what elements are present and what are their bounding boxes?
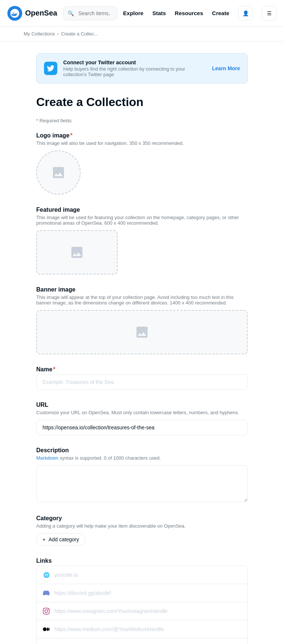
search-bar: 🔍 bbox=[63, 6, 117, 20]
medium-icon bbox=[43, 626, 50, 633]
description-desc: Markdown syntax is supported. 0 of 1000 … bbox=[36, 455, 248, 461]
links-label: Links bbox=[36, 558, 248, 564]
url-input[interactable] bbox=[36, 420, 248, 435]
search-icon: 🔍 bbox=[68, 10, 74, 16]
twitter-banner-title: Connect your Twitter account bbox=[63, 59, 206, 65]
opensea-logo-icon[interactable] bbox=[7, 6, 22, 21]
medium-link-input[interactable] bbox=[54, 626, 241, 632]
description-label: Description bbox=[36, 447, 248, 454]
name-label: Name* bbox=[36, 366, 248, 373]
logo-placeholder-icon bbox=[51, 165, 66, 180]
logo-image-section: Logo image* This image will also be used… bbox=[36, 132, 248, 195]
description-textarea[interactable] bbox=[36, 465, 248, 502]
featured-placeholder-icon bbox=[70, 245, 84, 260]
banner-image-section: Banner image This image will appear at t… bbox=[36, 286, 248, 354]
category-label: Category bbox=[36, 515, 248, 522]
navbar: OpenSea 🔍 Explore Stats Resources Create… bbox=[0, 0, 284, 27]
nav-resources[interactable]: Resources bbox=[175, 10, 203, 16]
main-content: Connect your Twitter account Help buyers… bbox=[13, 41, 271, 644]
page-title: Create a Collection bbox=[36, 95, 248, 109]
banner-upload-area[interactable] bbox=[36, 310, 248, 354]
instagram-icon bbox=[43, 607, 50, 615]
nav-links: Explore Stats Resources Create 👤 ☰ bbox=[123, 6, 277, 21]
wallet-icon[interactable]: 👤 bbox=[238, 6, 253, 21]
category-section: Category Adding a category will help mak… bbox=[36, 515, 248, 546]
instagram-link-input[interactable] bbox=[54, 608, 241, 614]
logo-image-label: Logo image* bbox=[36, 132, 248, 139]
link-row-telegram bbox=[37, 638, 247, 644]
nav-explore[interactable]: Explore bbox=[123, 10, 143, 16]
nav-create[interactable]: Create bbox=[212, 10, 229, 16]
logo-image-desc: This image will also be used for navigat… bbox=[36, 140, 248, 146]
website-link-input[interactable] bbox=[54, 572, 241, 578]
name-input[interactable] bbox=[36, 374, 248, 390]
banner-placeholder-icon bbox=[135, 325, 149, 340]
globe-icon: 🌐 bbox=[43, 571, 50, 579]
menu-icon[interactable]: ☰ bbox=[262, 6, 277, 21]
twitter-connect-banner: Connect your Twitter account Help buyers… bbox=[36, 53, 248, 84]
description-section: Description Markdown syntax is supported… bbox=[36, 447, 248, 503]
link-row-instagram bbox=[37, 602, 247, 620]
plus-icon: + bbox=[43, 536, 45, 542]
twitter-icon bbox=[44, 62, 57, 75]
description-desc-suffix: syntax is supported. 0 of 1000 character… bbox=[60, 455, 161, 461]
breadcrumb: My Collections › Create a Collec... bbox=[0, 27, 284, 41]
logo-text: OpenSea bbox=[25, 9, 57, 17]
banner-image-label: Banner image bbox=[36, 286, 248, 293]
twitter-banner-text: Connect your Twitter account Help buyers… bbox=[63, 59, 206, 77]
twitter-banner-subtitle: Help buyers find the right collection by… bbox=[63, 66, 206, 77]
link-row-medium bbox=[37, 620, 247, 638]
add-category-button[interactable]: + Add category bbox=[36, 533, 85, 546]
category-desc: Adding a category will help make your it… bbox=[36, 523, 248, 529]
twitter-learn-more-link[interactable]: Learn More bbox=[212, 65, 240, 71]
name-section: Name* bbox=[36, 366, 248, 390]
url-label: URL bbox=[36, 402, 248, 408]
discord-link-input[interactable] bbox=[54, 590, 241, 596]
featured-image-desc: This image will be used for featuring yo… bbox=[36, 215, 248, 226]
links-section: Links 🌐 bbox=[36, 558, 248, 644]
logo-area: OpenSea bbox=[7, 6, 57, 21]
featured-image-section: Featured image This image will be used f… bbox=[36, 207, 248, 275]
link-row-website: 🌐 bbox=[37, 566, 247, 584]
links-container: 🌐 bbox=[36, 566, 248, 644]
nav-stats[interactable]: Stats bbox=[152, 10, 166, 16]
markdown-link[interactable]: Markdown bbox=[36, 455, 58, 461]
banner-image-desc: This image will appear at the top of you… bbox=[36, 294, 248, 306]
url-desc: Customize your URL on OpenSea. Must only… bbox=[36, 410, 248, 415]
breadcrumb-my-collections[interactable]: My Collections bbox=[24, 31, 55, 37]
url-section: URL Customize your URL on OpenSea. Must … bbox=[36, 402, 248, 435]
breadcrumb-separator: › bbox=[57, 31, 59, 37]
required-note: * Required fields bbox=[36, 118, 248, 123]
discord-icon bbox=[43, 589, 50, 597]
add-category-label: Add category bbox=[48, 536, 79, 542]
featured-image-label: Featured image bbox=[36, 207, 248, 213]
logo-upload-area[interactable] bbox=[36, 150, 81, 195]
link-row-discord bbox=[37, 584, 247, 602]
featured-upload-area[interactable] bbox=[36, 230, 118, 275]
breadcrumb-current: Create a Collec... bbox=[61, 31, 98, 37]
